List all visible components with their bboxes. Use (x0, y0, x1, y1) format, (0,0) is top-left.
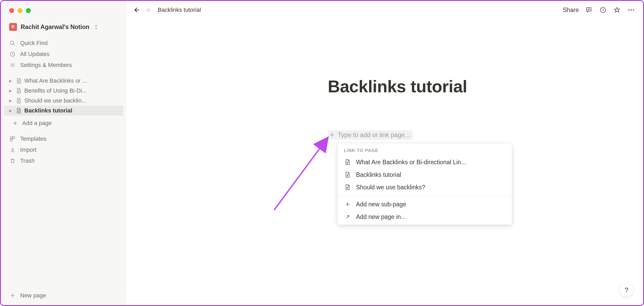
chevron-right-icon[interactable]: ▶ (8, 89, 13, 93)
svg-point-27 (631, 9, 632, 11)
svg-point-26 (628, 9, 630, 11)
popup-item-label: What Are Backlinks or Bi-directional Lin… (356, 159, 466, 166)
svg-point-0 (10, 41, 14, 44)
workspace-name: Rachit Agarwal's Notion (21, 24, 89, 31)
forward-button[interactable] (144, 5, 153, 15)
plus-icon (329, 132, 335, 138)
popup-header: LINK TO PAGE (338, 143, 512, 156)
arrow-up-right-icon (344, 213, 351, 220)
sidebar: R Rachit Agarwal's Notion Quick Find All… (1, 1, 126, 305)
workspace-badge: R (9, 23, 17, 31)
quick-find-label: Quick Find (20, 40, 48, 47)
svg-rect-20 (10, 139, 12, 141)
popup-link-item-2[interactable]: Should we use backlinks? (338, 181, 512, 194)
sidebar-page-1[interactable]: ▶ Benefits of Using Bi-Di... (4, 86, 123, 96)
popup-add-subpage[interactable]: Add new sub-page (338, 198, 512, 211)
plus-icon (344, 201, 351, 208)
page-icon (15, 77, 22, 84)
maximize-window-icon[interactable] (26, 8, 31, 13)
new-page-label: New page (20, 292, 46, 299)
chevron-right-icon[interactable]: ▶ (8, 79, 13, 83)
plus-icon (9, 292, 16, 299)
svg-point-3 (12, 64, 13, 66)
all-updates-label: All Updates (20, 51, 50, 58)
page-icon (15, 87, 22, 94)
back-button[interactable] (132, 5, 141, 15)
minimize-window-icon[interactable] (18, 8, 22, 13)
templates[interactable]: Templates (4, 133, 123, 144)
popup-link-item-0[interactable]: What Are Backlinks or Bi-directional Lin… (338, 156, 512, 168)
breadcrumb[interactable]: Backlinks tutorial (158, 7, 201, 13)
svg-rect-18 (10, 137, 12, 139)
popup-link-item-1[interactable]: Backlinks tutorial (338, 168, 512, 181)
plus-icon (12, 120, 19, 127)
share-button[interactable]: Share (563, 7, 579, 14)
favorite-icon[interactable] (613, 6, 621, 14)
page-icon (344, 184, 351, 191)
sidebar-page-2[interactable]: ▶ Should we use backlin... (4, 96, 123, 106)
clock-icon (9, 51, 16, 58)
more-icon[interactable] (627, 6, 635, 14)
popup-add-page-in[interactable]: Add new page in... (338, 211, 512, 225)
close-window-icon[interactable] (9, 8, 14, 13)
page-label: Backlinks tutorial (24, 107, 120, 114)
svg-rect-19 (13, 137, 15, 139)
workspace-switcher[interactable]: R Rachit Agarwal's Notion (1, 13, 126, 34)
sidebar-page-0[interactable]: ▶ What Are Backlinks or ... (4, 76, 123, 86)
all-updates[interactable]: All Updates (4, 49, 123, 60)
templates-label: Templates (20, 135, 46, 142)
page-label: Benefits of Using Bi-Di... (24, 87, 120, 94)
templates-icon (9, 135, 16, 142)
chevron-up-down-icon (94, 24, 98, 30)
sidebar-page-3[interactable]: ▶ Backlinks tutorial (4, 106, 123, 116)
help-button[interactable]: ? (620, 283, 633, 297)
import[interactable]: Import (4, 144, 123, 155)
trash-label: Trash (20, 157, 35, 164)
comments-icon[interactable] (585, 6, 593, 14)
popup-item-label: Backlinks tutorial (356, 171, 401, 178)
page-list: ▶ What Are Backlinks or ... ▶ Benefits o… (1, 73, 126, 117)
svg-point-28 (633, 9, 634, 11)
main-content: Backlinks tutorial Share Backlinks tutor… (126, 1, 643, 305)
popup-item-label: Should we use backlinks? (356, 184, 425, 191)
page-icon (15, 97, 22, 104)
page-icon (344, 158, 351, 166)
add-block-placeholder: Type to add or link page... (338, 131, 410, 139)
popup-item-label: Add new page in... (356, 213, 406, 220)
page-title[interactable]: Backlinks tutorial (328, 77, 643, 96)
page-icon (15, 107, 22, 114)
new-page-button[interactable]: New page (4, 290, 123, 302)
settings-members[interactable]: Settings & Members (4, 60, 123, 71)
chevron-right-icon[interactable]: ▶ (8, 109, 13, 113)
trash-icon (9, 157, 16, 164)
annotation-arrow (272, 132, 334, 215)
import-label: Import (20, 146, 36, 153)
popup-divider (338, 196, 512, 196)
svg-line-42 (274, 139, 326, 210)
settings-label: Settings & Members (20, 62, 72, 69)
popup-item-label: Add new sub-page (356, 201, 406, 208)
add-block-input[interactable]: Type to add or link page... (328, 130, 413, 140)
link-page-popup: LINK TO PAGE What Are Backlinks or Bi-di… (338, 143, 512, 225)
chevron-right-icon[interactable]: ▶ (8, 99, 13, 103)
quick-find[interactable]: Quick Find (4, 38, 123, 49)
updates-icon[interactable] (599, 6, 607, 14)
add-page-label: Add a page (22, 120, 52, 127)
page-label: Should we use backlin... (24, 97, 120, 104)
window-controls (1, 1, 126, 13)
download-icon (9, 146, 16, 153)
gear-icon (9, 62, 16, 69)
page-label: What Are Backlinks or ... (24, 77, 120, 84)
trash[interactable]: Trash (4, 155, 123, 166)
topbar: Backlinks tutorial Share (126, 1, 643, 19)
page-icon (344, 171, 351, 178)
help-label: ? (625, 286, 628, 294)
add-page[interactable]: Add a page (4, 118, 123, 129)
search-icon (9, 40, 16, 47)
svg-line-1 (13, 44, 15, 46)
